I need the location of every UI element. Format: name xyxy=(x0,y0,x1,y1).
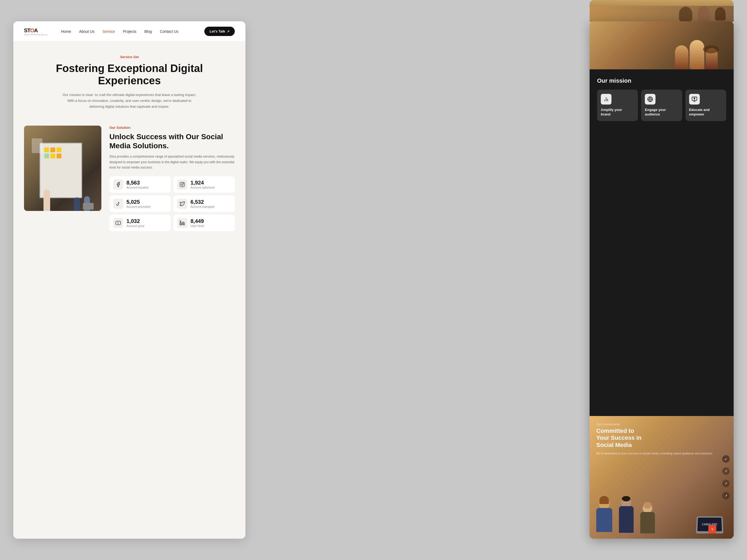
solution-image xyxy=(24,126,101,211)
lower-description: We're dedicated to your success in socia… xyxy=(596,451,715,456)
mission-section: Our mission Amplify yourbrand xyxy=(590,69,733,129)
logo: STOA Digital Marketing Agency xyxy=(24,27,48,35)
service-set-label: Service Set xyxy=(24,55,235,59)
navbar: STOA Digital Marketing Agency Home About… xyxy=(14,21,246,42)
stat-twitter: 6,532 Account managed xyxy=(174,195,235,212)
instagram-number: 1,924 xyxy=(190,180,214,185)
amplify-icon xyxy=(601,94,612,105)
solution-title: Unlock Success with Our Social Media Sol… xyxy=(109,132,235,150)
hero-title: Fostering Exceptional Digital Experience… xyxy=(24,62,235,87)
stat-linkedin: 8,449 User hired xyxy=(174,215,235,231)
youtube-icon xyxy=(113,218,123,228)
nav-blog[interactable]: Blog xyxy=(144,29,152,34)
svg-marker-14 xyxy=(693,98,695,100)
solution-description: Stoa provides a comprehensive range of s… xyxy=(109,154,235,170)
instagram-label: Account optimized xyxy=(190,186,214,189)
lower-image-section: Our Commitments Committed toYour Success… xyxy=(590,416,733,539)
lets-talk-button[interactable]: Let's Talk ↗ xyxy=(204,27,235,36)
svg-rect-4 xyxy=(180,222,181,225)
educate-icon xyxy=(689,94,700,105)
circle-btn-1[interactable]: ↙ xyxy=(722,455,730,463)
dark-top-image xyxy=(590,21,733,69)
logo-text2: A xyxy=(34,27,37,33)
amplify-label: Amplify yourbrand xyxy=(601,108,634,117)
engage-icon xyxy=(645,94,655,105)
nav-home[interactable]: Home xyxy=(61,29,71,34)
logo-text: ST xyxy=(24,27,30,33)
dark-card: Our mission Amplify yourbrand xyxy=(590,21,733,539)
youtube-number: 1,032 xyxy=(126,218,144,224)
twitter-icon xyxy=(177,199,187,209)
tiktok-label: Account promoted xyxy=(126,205,150,208)
mission-title: Our mission xyxy=(597,77,726,84)
circle-buttons: ↙ ↗ ↗ ↗ xyxy=(722,455,730,500)
engage-label: Engage youraudience xyxy=(645,108,678,117)
arrow-icon: ↗ xyxy=(227,30,229,33)
people-group: CAMALERO V xyxy=(590,469,733,539)
stat-instagram: 1,924 Account optimized xyxy=(174,176,235,193)
svg-point-1 xyxy=(181,184,183,185)
nav-links: Home About Us Service Projects Blog Cont… xyxy=(61,29,204,34)
circle-btn-4[interactable]: ↗ xyxy=(722,492,730,500)
svg-rect-0 xyxy=(180,182,185,187)
logo-subtitle: Digital Marketing Agency xyxy=(24,34,48,35)
linkedin-icon xyxy=(177,218,187,228)
stats-grid: 8,563 Account boosted 1,924 xyxy=(109,176,235,231)
nav-projects[interactable]: Projects xyxy=(123,29,136,34)
lower-label: Our Commitments xyxy=(596,423,715,426)
facebook-number: 8,563 xyxy=(126,180,148,185)
main-card: STOA Digital Marketing Agency Home About… xyxy=(14,21,246,539)
stat-facebook: 8,563 Account boosted xyxy=(109,176,171,193)
circle-btn-3[interactable]: ↗ xyxy=(722,480,730,487)
lower-title: Committed toYour Success inSocial Media xyxy=(596,427,715,449)
mission-card-engage: Engage youraudience xyxy=(641,89,682,121)
mission-cards: Amplify yourbrand Engage youraudience xyxy=(597,89,726,121)
nav-service[interactable]: Service xyxy=(102,29,115,34)
linkedin-number: 8,449 xyxy=(190,218,204,224)
mission-card-amplify: Amplify yourbrand xyxy=(597,89,638,121)
tiktok-number: 5,025 xyxy=(126,199,150,205)
twitter-label: Account managed xyxy=(190,205,214,208)
twitter-number: 6,532 xyxy=(190,199,214,205)
svg-point-5 xyxy=(180,220,181,221)
our-solution-label: Our Solution xyxy=(109,126,235,130)
educate-label: Educate andempower xyxy=(689,108,722,117)
solution-content: Our Solution Unlock Success with Our Soc… xyxy=(109,126,235,231)
nav-contact[interactable]: Contact Us xyxy=(160,29,178,34)
circle-btn-2[interactable]: ↗ xyxy=(722,468,730,475)
svg-marker-3 xyxy=(118,222,119,223)
lower-text-overlay: Our Commitments Committed toYour Success… xyxy=(596,423,715,456)
linkedin-label: User hired xyxy=(190,224,204,228)
facebook-label: Account boosted xyxy=(126,186,148,189)
nav-about[interactable]: About Us xyxy=(79,29,95,34)
svg-point-2 xyxy=(183,183,184,183)
facebook-icon xyxy=(113,180,123,190)
instagram-icon xyxy=(177,180,187,190)
youtube-label: Account grow xyxy=(126,224,144,228)
solution-section: Our Solution Unlock Success with Our Soc… xyxy=(14,117,246,239)
mission-card-educate: Educate andempower xyxy=(686,89,726,121)
tiktok-icon xyxy=(113,199,123,209)
logo-accent: O xyxy=(30,27,34,33)
hero-description: Our mission is clear: to craft the ultim… xyxy=(60,92,199,110)
top-partial-image xyxy=(590,0,733,22)
stat-youtube: 1,032 Account grow xyxy=(109,215,171,231)
stat-tiktok: 5,025 Account promoted xyxy=(109,195,171,212)
hero-section: Service Set Fostering Exceptional Digita… xyxy=(14,42,246,117)
